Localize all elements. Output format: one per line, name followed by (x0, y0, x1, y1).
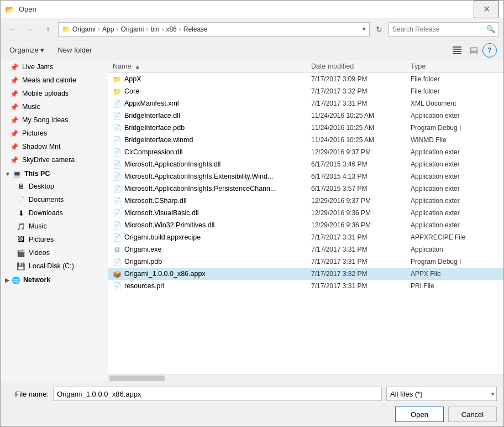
filetype-select[interactable]: All files (*) (386, 387, 497, 401)
pin-icon: 📌 (9, 155, 19, 165)
table-row[interactable]: 📄 Origami.pdb 7/17/2017 3:31 PM Program … (108, 256, 503, 268)
table-row[interactable]: 📄 Microsoft.ApplicationInsights.dll 6/17… (108, 158, 503, 170)
forward-button[interactable]: → (23, 22, 38, 37)
file-name-cell: 📄 AppxManifest.xml (113, 99, 311, 108)
sort-arrow-icon: ▲ (135, 64, 140, 70)
title-bar-left: 📂 Open (5, 5, 36, 14)
bottom-bar: File name: All files (*) ▾ Open Cancel (1, 382, 503, 426)
table-row[interactable]: 📄 BridgeInterface.pdb 11/24/2016 10:25 A… (108, 122, 503, 134)
file-icon: 📄 (113, 209, 122, 217)
filename-input[interactable] (53, 387, 382, 401)
table-row[interactable]: 📄 resources.pri 7/17/2017 3:31 PM PRI Fi… (108, 280, 503, 292)
sidebar-item-meals[interactable]: 📌 Meals and calorie (1, 74, 108, 87)
breadcrumb-sep: › (98, 25, 100, 33)
breadcrumb-item[interactable]: bin (150, 25, 159, 33)
list-view-icon (453, 46, 461, 55)
breadcrumb-dropdown-icon[interactable]: ▾ (363, 25, 366, 33)
breadcrumb-item[interactable]: x86 (166, 25, 176, 33)
file-icon: 📄 (113, 172, 122, 181)
open-dialog: 📂 Open ✕ ← → ↑ 📁 Origami › App › Origami… (0, 0, 504, 427)
title-bar: 📂 Open ✕ (1, 1, 503, 18)
buttons-row: Open Cancel (7, 405, 497, 422)
sidebar-item-live-jams[interactable]: 📌 Live Jams (1, 60, 108, 74)
breadcrumb-item[interactable]: Release (183, 25, 208, 33)
back-button[interactable]: ← (5, 22, 20, 37)
dialog-title-icon: 📂 (5, 5, 14, 14)
table-row[interactable]: 📄 Microsoft.Win32.Primitives.dll 12/29/2… (108, 219, 503, 231)
action-bar: Organize ▾ New folder ▤ ? (1, 40, 503, 60)
sidebar-item-desktop[interactable]: 🖥 Desktop (1, 180, 108, 193)
sidebar-section-this-pc[interactable]: ▼ 💻 This PC (1, 166, 108, 180)
sidebar: 📌 Live Jams 📌 Meals and calorie 📌 Mobile… (1, 60, 108, 382)
appx-icon: 📦 (113, 269, 122, 278)
sidebar-item-music2[interactable]: 🎵 Music (1, 220, 108, 233)
sidebar-item-music[interactable]: 📌 Music (1, 100, 108, 113)
pin-icon: 📌 (9, 128, 19, 138)
file-list: 📁 AppX 7/17/2017 3:09 PM File folder 📁 C… (108, 73, 503, 374)
col-date-header[interactable]: Date modified (311, 63, 411, 70)
close-button[interactable]: ✕ (474, 1, 499, 18)
file-name-cell: 📄 Origami.pdb (113, 257, 311, 266)
breadcrumb[interactable]: 📁 Origami › App › Origami › bin › x86 › … (58, 22, 370, 37)
exe-icon: ⚙ (113, 245, 122, 254)
organize-button[interactable]: Organize ▾ (7, 45, 46, 55)
open-button[interactable]: Open (395, 407, 444, 422)
view-toggle-button[interactable]: ▤ (466, 43, 481, 58)
file-name-cell: 📄 resources.pri (113, 282, 311, 290)
view-options: ▤ ? (449, 43, 497, 58)
pin-icon: 📌 (9, 102, 19, 112)
table-row[interactable]: 📄 AppxManifest.xml 7/17/2017 3:31 PM XML… (108, 97, 503, 110)
pin-icon: 📌 (9, 88, 19, 98)
table-row[interactable]: 📄 Microsoft.ApplicationInsights.Persiste… (108, 183, 503, 195)
breadcrumb-item[interactable]: App (102, 25, 114, 33)
sidebar-item-skydrive[interactable]: 📌 SkyDrive camera (1, 153, 108, 166)
table-row[interactable]: 📄 BridgeInterface.winmd 11/24/2016 10:25… (108, 134, 503, 146)
table-row[interactable]: ⚙ Origami.exe 7/17/2017 3:31 PM Applicat… (108, 243, 503, 256)
documents-icon: 📄 (16, 195, 26, 205)
horizontal-scrollbar[interactable] (108, 374, 503, 382)
table-row[interactable]: 📄 ClrCompression.dll 12/29/2016 9:37 PM … (108, 146, 503, 158)
table-row[interactable]: 📄 Microsoft.VisualBasic.dll 12/29/2016 9… (108, 207, 503, 219)
sidebar-item-shadow-mnt[interactable]: 📌 Shadow Mnt (1, 140, 108, 153)
up-button[interactable]: ↑ (40, 22, 56, 37)
file-icon: 📄 (113, 257, 122, 266)
file-name-cell: 📄 BridgeInterface.dll (113, 111, 311, 120)
main-content: 📌 Live Jams 📌 Meals and calorie 📌 Mobile… (1, 60, 503, 382)
cancel-button[interactable]: Cancel (448, 407, 497, 422)
sidebar-item-downloads[interactable]: ⬇ Downloads (1, 206, 108, 220)
search-input[interactable] (392, 25, 484, 33)
file-icon: 📄 (113, 136, 122, 144)
table-row[interactable]: 📄 BridgeInterface.dll 11/24/2016 10:25 A… (108, 110, 503, 122)
sidebar-section-network[interactable]: ▶ 🌐 Network (1, 273, 108, 286)
file-icon: 📄 (113, 160, 122, 169)
refresh-button[interactable]: ↻ (372, 22, 386, 37)
sidebar-item-mobile-uploads[interactable]: 📌 Mobile uploads (1, 87, 108, 100)
breadcrumb-sep: › (116, 25, 118, 33)
breadcrumb-item[interactable]: Origami (120, 25, 144, 33)
help-button[interactable]: ? (482, 43, 497, 58)
file-name-cell: ⚙ Origami.exe (113, 245, 311, 254)
table-row[interactable]: 📁 Core 7/17/2017 3:32 PM File folder (108, 85, 503, 97)
table-row[interactable]: 📁 AppX 7/17/2017 3:09 PM File folder (108, 73, 503, 85)
sidebar-item-videos[interactable]: 🎬 Videos (1, 246, 108, 259)
file-icon: 📄 (113, 123, 122, 132)
file-icon: 📄 (113, 221, 122, 230)
new-folder-button[interactable]: New folder (55, 45, 94, 55)
sidebar-item-local-disk[interactable]: 💾 Local Disk (C:) (1, 259, 108, 273)
table-row[interactable]: 📄 Microsoft.CSharp.dll 12/29/2016 9:37 P… (108, 195, 503, 207)
sidebar-item-documents[interactable]: 📄 Documents (1, 193, 108, 206)
sidebar-item-pictures[interactable]: 📌 Pictures (1, 127, 108, 140)
table-row[interactable]: 📦 Origami_1.0.0.0_x86.appx 7/17/2017 3:3… (108, 268, 503, 280)
horizontal-scroll-thumb[interactable] (109, 376, 165, 381)
table-row[interactable]: 📄 Origami.build.appxrecipe 7/17/2017 3:3… (108, 231, 503, 243)
view-list-button[interactable] (449, 43, 465, 58)
sidebar-item-pictures2[interactable]: 🖼 Pictures (1, 233, 108, 246)
col-type-header[interactable]: Type (411, 63, 499, 70)
col-name-header[interactable]: Name ▲ (113, 63, 311, 70)
breadcrumb-item[interactable]: Origami (72, 25, 96, 33)
file-name-cell: 📄 Microsoft.ApplicationInsights.Extensib… (113, 172, 311, 181)
sidebar-scroll[interactable]: 📌 Live Jams 📌 Meals and calorie 📌 Mobile… (1, 60, 108, 286)
sidebar-item-my-song-ideas[interactable]: 📌 My Song Ideas (1, 113, 108, 127)
breadcrumb-folder-icon: 📁 (62, 25, 70, 33)
table-row[interactable]: 📄 Microsoft.ApplicationInsights.Extensib… (108, 170, 503, 183)
